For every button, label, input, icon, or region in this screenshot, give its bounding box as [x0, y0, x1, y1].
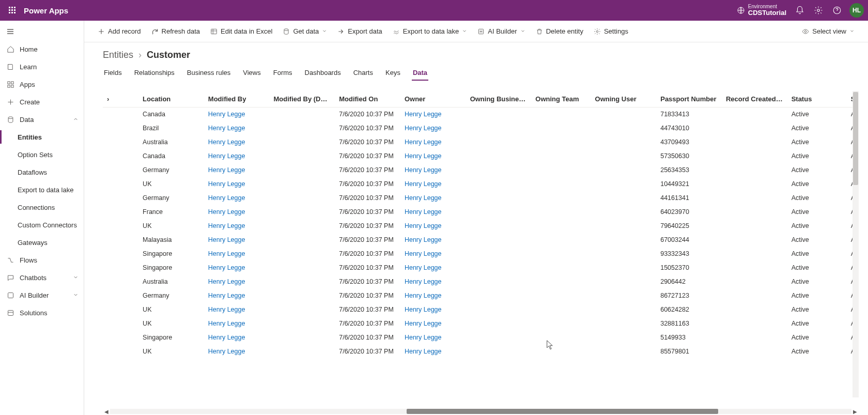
table-row[interactable]: MalayasiaHenry Legge7/6/2020 10:37 PMHen… — [103, 233, 859, 247]
column-header[interactable]: Modified By (Del... — [270, 91, 335, 107]
chevron-down-icon[interactable] — [849, 27, 855, 35]
cell-owner[interactable]: Henry Legge — [400, 275, 466, 289]
cell-modified_by[interactable]: Henry Legge — [204, 219, 270, 233]
sidebar-item-flows[interactable]: Flows — [0, 251, 84, 269]
tab-business-rules[interactable]: Business rules — [186, 66, 232, 81]
table-row[interactable]: AustraliaHenry Legge7/6/2020 10:37 PMHen… — [103, 275, 859, 289]
cell-modified_by[interactable]: Henry Legge — [204, 121, 270, 135]
app-launcher-icon[interactable] — [4, 2, 21, 19]
cell-owner[interactable]: Henry Legge — [400, 233, 466, 247]
cell-modified_by[interactable]: Henry Legge — [204, 177, 270, 191]
table-row[interactable]: GermanyHenry Legge7/6/2020 10:37 PMHenry… — [103, 163, 859, 177]
sidebar-item-optionsets[interactable]: Option Sets — [0, 146, 84, 163]
tab-data[interactable]: Data — [412, 66, 428, 81]
settings-button[interactable]: Settings — [590, 25, 632, 37]
user-avatar[interactable]: HL — [849, 3, 864, 18]
sidebar-item-learn[interactable]: Learn — [0, 58, 84, 75]
sidebar-item-aibuilder[interactable]: AI Builder — [0, 286, 84, 304]
cell-modified_by[interactable]: Henry Legge — [204, 205, 270, 219]
table-row[interactable]: UKHenry Legge7/6/2020 10:37 PMHenry Legg… — [103, 177, 859, 191]
cell-owner[interactable]: Henry Legge — [400, 303, 466, 317]
cell-modified_by[interactable]: Henry Legge — [204, 191, 270, 205]
refresh-data-button[interactable]: Refresh data — [147, 25, 204, 37]
table-row[interactable]: UKHenry Legge7/6/2020 10:37 PMHenry Legg… — [103, 303, 859, 317]
tab-views[interactable]: Views — [242, 66, 261, 81]
cell-owner[interactable]: Henry Legge — [400, 191, 466, 205]
cell-modified_by[interactable]: Henry Legge — [204, 275, 270, 289]
cell-owner[interactable]: Henry Legge — [400, 219, 466, 233]
column-header[interactable]: Owning Team — [531, 91, 591, 107]
cell-modified_by[interactable]: Henry Legge — [204, 261, 270, 275]
column-header[interactable]: Passport Number — [656, 91, 722, 107]
table-row[interactable]: SingaporeHenry Legge7/6/2020 10:37 PMHen… — [103, 247, 859, 261]
column-header[interactable]: Status — [787, 91, 847, 107]
scroll-left-arrow[interactable]: ◀ — [103, 408, 110, 415]
column-header[interactable]: Modified On — [335, 91, 400, 107]
sidebar-item-home[interactable]: Home — [0, 40, 84, 58]
column-header[interactable]: Owning User — [591, 91, 657, 107]
cell-owner[interactable]: Henry Legge — [400, 149, 466, 163]
help-icon[interactable] — [828, 1, 846, 20]
breadcrumb-root[interactable]: Entities — [103, 50, 133, 60]
chevron-down-icon[interactable] — [322, 27, 327, 35]
cell-modified_by[interactable]: Henry Legge — [204, 149, 270, 163]
cell-owner[interactable]: Henry Legge — [400, 261, 466, 275]
tab-charts[interactable]: Charts — [352, 66, 374, 81]
tab-forms[interactable]: Forms — [272, 66, 293, 81]
horizontal-scroll-track[interactable] — [110, 409, 851, 414]
table-row[interactable]: CanadaHenry Legge7/6/2020 10:37 PMHenry … — [103, 107, 859, 121]
column-header[interactable]: Location — [138, 91, 204, 107]
sidebar-item-entities[interactable]: Entities — [0, 128, 84, 146]
table-row[interactable]: UKHenry Legge7/6/2020 10:37 PMHenry Legg… — [103, 317, 859, 331]
table-row[interactable]: GermanyHenry Legge7/6/2020 10:37 PMHenry… — [103, 289, 859, 303]
nav-collapse-button[interactable] — [0, 23, 84, 40]
vertical-scrollbar[interactable] — [853, 91, 859, 397]
column-header[interactable]: Record Created ... — [722, 91, 787, 107]
sidebar-item-chatbots[interactable]: Chatbots — [0, 269, 84, 286]
column-header[interactable]: Owner — [400, 91, 466, 107]
edit-in-excel-button[interactable]: Edit data in Excel — [206, 25, 276, 37]
cell-owner[interactable]: Henry Legge — [400, 163, 466, 177]
cell-modified_by[interactable]: Henry Legge — [204, 303, 270, 317]
cell-owner[interactable]: Henry Legge — [400, 205, 466, 219]
cell-owner[interactable]: Henry Legge — [400, 121, 466, 135]
cell-modified_by[interactable]: Henry Legge — [204, 345, 270, 359]
vertical-scroll-thumb[interactable] — [853, 92, 858, 185]
get-data-button[interactable]: Get data — [278, 25, 331, 37]
cell-modified_by[interactable]: Henry Legge — [204, 163, 270, 177]
notifications-icon[interactable] — [791, 1, 809, 20]
environment-picker[interactable]: Environment CDSTutorial — [737, 4, 786, 17]
column-header[interactable]: Modified By — [204, 91, 270, 107]
add-record-button[interactable]: Add record — [94, 25, 145, 37]
cell-owner[interactable]: Henry Legge — [400, 177, 466, 191]
cell-owner[interactable]: Henry Legge — [400, 107, 466, 121]
cell-modified_by[interactable]: Henry Legge — [204, 317, 270, 331]
sidebar-item-gateways[interactable]: Gateways — [0, 234, 84, 251]
cell-owner[interactable]: Henry Legge — [400, 247, 466, 261]
tab-dashboards[interactable]: Dashboards — [304, 66, 342, 81]
tab-keys[interactable]: Keys — [384, 66, 401, 81]
table-row[interactable]: UKHenry Legge7/6/2020 10:37 PMHenry Legg… — [103, 345, 859, 359]
cell-owner[interactable]: Henry Legge — [400, 345, 466, 359]
cell-modified_by[interactable]: Henry Legge — [204, 247, 270, 261]
select-view-button[interactable]: Select view — [798, 25, 859, 37]
export-data-button[interactable]: Export data — [333, 25, 386, 37]
table-row[interactable]: UKHenry Legge7/6/2020 10:37 PMHenry Legg… — [103, 219, 859, 233]
horizontal-scrollbar[interactable]: ◀ ▶ — [103, 408, 859, 415]
tab-fields[interactable]: Fields — [103, 66, 123, 81]
cell-owner[interactable]: Henry Legge — [400, 135, 466, 149]
table-row[interactable]: GermanyHenry Legge7/6/2020 10:37 PMHenry… — [103, 191, 859, 205]
sidebar-item-solutions[interactable]: Solutions — [0, 304, 84, 321]
cell-owner[interactable]: Henry Legge — [400, 317, 466, 331]
table-row[interactable]: FranceHenry Legge7/6/2020 10:37 PMHenry … — [103, 205, 859, 219]
sidebar-item-exportlake[interactable]: Export to data lake — [0, 181, 84, 198]
tab-relationships[interactable]: Relationships — [133, 66, 176, 81]
chevron-down-icon[interactable] — [462, 27, 467, 35]
table-row[interactable]: SingaporeHenry Legge7/6/2020 10:37 PMHen… — [103, 331, 859, 345]
sidebar-item-apps[interactable]: Apps — [0, 75, 84, 93]
table-row[interactable]: BrazilHenry Legge7/6/2020 10:37 PMHenry … — [103, 121, 859, 135]
sidebar-item-create[interactable]: Create — [0, 93, 84, 111]
scroll-right-arrow[interactable]: ▶ — [851, 408, 859, 415]
sidebar-item-customconn[interactable]: Custom Connectors — [0, 216, 84, 234]
delete-entity-button[interactable]: Delete entity — [532, 25, 587, 37]
